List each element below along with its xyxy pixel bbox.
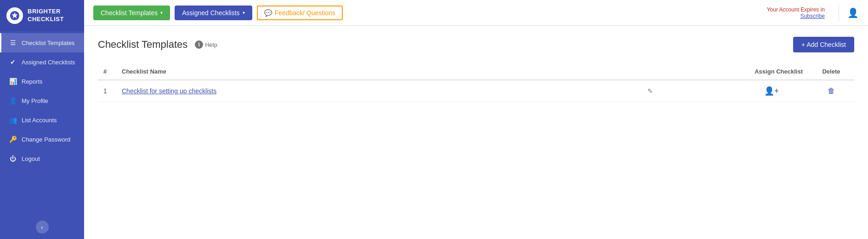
logo-icon (6, 7, 23, 24)
feedback-label: Feedback/ Questions (275, 9, 335, 17)
account-expires-text: Your Account Expires in (767, 6, 825, 13)
sidebar-item-reports[interactable]: 📊 Reports (0, 72, 84, 91)
sidebar-item-checklist-templates-label: Checklist Templates (22, 40, 74, 46)
delete-icon[interactable]: 🗑 (828, 87, 835, 95)
col-header-num: # (98, 63, 116, 80)
checklist-templates-button-label: Checklist Templates (101, 9, 158, 17)
table-header-row: # Checklist Name Assign Checklist Delete (98, 63, 854, 80)
list-accounts-icon: 👥 (9, 116, 17, 124)
help-icon: i (195, 40, 203, 49)
sidebar-item-my-profile-label: My Profile (22, 97, 48, 104)
my-profile-icon: 👤 (9, 97, 17, 104)
main-content: Checklist Templates ▾ Assigned Checklist… (84, 0, 868, 239)
sidebar-item-reports-label: Reports (22, 78, 43, 85)
user-account-icon[interactable]: 👤 (847, 7, 859, 18)
table-row: 1 Checklist for setting up checklists ✎ … (98, 80, 854, 102)
sidebar-item-change-password[interactable]: 🔑 Change Password (0, 130, 84, 149)
sidebar-item-logout-label: Logout (22, 155, 40, 162)
sidebar-item-checklist-templates[interactable]: ☰ Checklist Templates (0, 33, 84, 52)
add-checklist-button[interactable]: + Add Checklist (793, 37, 854, 52)
row-checklist-name: Checklist for setting up checklists (116, 80, 639, 102)
assign-checklist-icon[interactable]: 👤+ (764, 86, 779, 96)
page-header: Checklist Templates i Help + Add Checkli… (98, 37, 854, 52)
sidebar-nav: ☰ Checklist Templates ✔ Assigned Checkli… (0, 31, 84, 215)
assigned-checklists-icon: ✔ (9, 58, 17, 66)
feedback-icon: 💬 (264, 9, 272, 17)
logout-icon: ⏻ (9, 155, 17, 162)
checklist-templates-button[interactable]: Checklist Templates ▾ (93, 6, 170, 20)
topbar-divider (839, 5, 839, 21)
page-content: Checklist Templates i Help + Add Checkli… (84, 26, 868, 239)
row-num: 1 (98, 80, 116, 102)
feedback-button[interactable]: 💬 Feedback/ Questions (257, 6, 343, 20)
checklist-link[interactable]: Checklist for setting up checklists (122, 87, 216, 95)
sidebar-item-assigned-checklists-label: Assigned Checklists (22, 59, 75, 66)
subscribe-link[interactable]: Subscribe (800, 13, 825, 19)
edit-icon[interactable]: ✎ (647, 87, 653, 95)
assigned-checklists-button[interactable]: Assigned Checklists ▾ (175, 6, 252, 20)
row-assign-cell: 👤+ (735, 80, 808, 102)
row-delete-cell: 🗑 (808, 80, 854, 102)
sidebar: BRIGHTERCHECKLIST ☰ Checklist Templates … (0, 0, 84, 239)
sidebar-item-assigned-checklists[interactable]: ✔ Assigned Checklists (0, 52, 84, 72)
sidebar-item-change-password-label: Change Password (22, 136, 70, 143)
help-label: Help (205, 41, 217, 48)
checklist-templates-icon: ☰ (9, 39, 17, 46)
col-header-edit (639, 63, 735, 80)
sidebar-item-list-accounts[interactable]: 👥 List Accounts (0, 110, 84, 130)
sidebar-logo: BRIGHTERCHECKLIST (0, 0, 84, 31)
row-edit-cell: ✎ (639, 80, 735, 102)
sidebar-collapse-button[interactable]: ‹ (36, 221, 49, 233)
assigned-checklists-caret-icon: ▾ (243, 10, 245, 15)
table-container: # Checklist Name Assign Checklist Delete… (98, 63, 854, 102)
col-header-checklist-name: Checklist Name (116, 63, 639, 80)
help-button[interactable]: i Help (195, 40, 217, 49)
col-header-delete: Delete (808, 63, 854, 80)
topbar: Checklist Templates ▾ Assigned Checklist… (84, 0, 868, 26)
sidebar-item-my-profile[interactable]: 👤 My Profile (0, 91, 84, 110)
account-expires: Your Account Expires in Subscribe (767, 6, 825, 19)
reports-icon: 📊 (9, 78, 17, 85)
change-password-icon: 🔑 (9, 136, 17, 143)
checklists-table: # Checklist Name Assign Checklist Delete… (98, 63, 854, 102)
checklist-templates-caret-icon: ▾ (160, 10, 163, 15)
col-header-assign: Assign Checklist (735, 63, 808, 80)
sidebar-item-logout[interactable]: ⏻ Logout (0, 149, 84, 168)
assigned-checklists-button-label: Assigned Checklists (182, 9, 239, 17)
page-title: Checklist Templates (98, 39, 187, 51)
sidebar-item-list-accounts-label: List Accounts (22, 117, 57, 124)
sidebar-logo-text: BRIGHTERCHECKLIST (28, 8, 64, 23)
